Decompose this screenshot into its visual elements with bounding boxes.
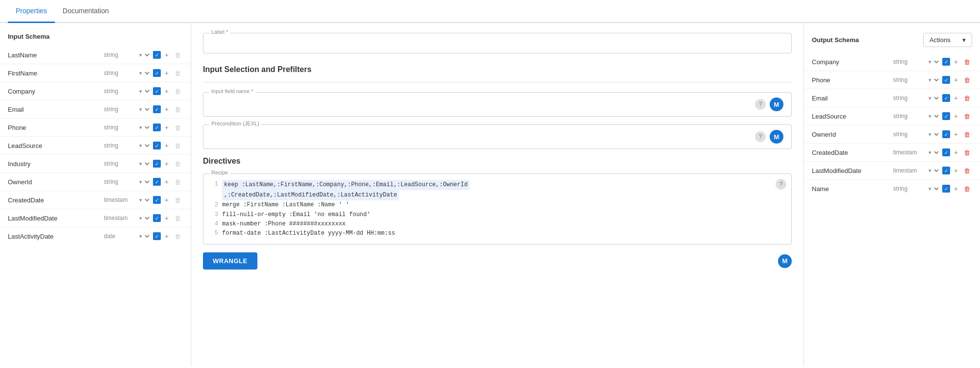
trash-icon[interactable]: 🗑 [173,123,183,132]
tab-properties[interactable]: Properties [8,0,55,23]
plus-icon[interactable]: + [952,147,960,157]
checkbox-icon[interactable] [153,123,161,131]
input-field-type: string [104,88,133,95]
type-dropdown[interactable]: ▾ [136,87,151,96]
trash-icon[interactable]: 🗑 [173,196,183,205]
checkbox-icon[interactable] [153,160,161,168]
checkbox-icon[interactable] [153,51,161,59]
trash-red-icon[interactable]: 🗑 [962,94,972,103]
trash-icon[interactable]: 🗑 [173,141,183,150]
type-dropdown[interactable]: ▾ [136,159,151,168]
checkbox-icon[interactable] [153,69,161,77]
label-field-container: Label * Wrangler [203,33,792,53]
type-dropdown[interactable]: ▾ [136,214,151,222]
trash-red-icon[interactable]: 🗑 [962,184,972,194]
trash-icon[interactable]: 🗑 [173,69,183,78]
input-field-type: string [104,178,133,185]
type-dropdown[interactable]: ▾ [926,184,940,193]
wrangle-button[interactable]: WRANGLE [203,252,257,270]
trash-icon[interactable]: 🗑 [173,50,183,60]
type-dropdown[interactable]: ▾ [926,148,940,157]
type-dropdown[interactable]: ▾ [136,232,151,241]
type-dropdown[interactable]: ▾ [136,141,151,150]
checkbox-icon[interactable] [942,167,950,174]
plus-icon[interactable]: + [163,213,171,223]
checkbox-icon[interactable] [942,112,950,120]
type-dropdown[interactable]: ▾ [136,50,151,59]
trash-red-icon[interactable]: 🗑 [962,75,972,85]
plus-icon[interactable]: + [952,129,960,139]
plus-icon[interactable]: + [952,184,960,194]
plus-icon[interactable]: + [163,86,171,96]
type-dropdown[interactable]: ▾ [926,75,940,84]
checkbox-icon[interactable] [942,94,950,102]
checkbox-icon[interactable] [153,214,161,222]
precondition-m-badge[interactable]: M [770,130,783,144]
checkbox-icon[interactable] [942,185,950,193]
checkbox-icon[interactable] [942,76,950,84]
label-input[interactable]: Wrangler [211,39,783,47]
plus-icon[interactable]: + [163,177,171,187]
precondition-input[interactable]: false [211,133,751,141]
type-dropdown[interactable]: ▾ [926,112,940,121]
trash-red-icon[interactable]: 🗑 [962,112,972,121]
type-dropdown[interactable]: ▾ [926,57,940,66]
checkbox-icon[interactable] [942,130,950,138]
plus-icon[interactable]: + [952,57,960,67]
tab-documentation[interactable]: Documentation [55,0,117,23]
type-dropdown[interactable]: ▾ [926,166,940,175]
plus-icon[interactable]: + [952,93,960,103]
checkbox-icon[interactable] [153,142,161,149]
input-field-name: Industry [8,160,101,168]
plus-icon[interactable]: + [952,111,960,121]
checkbox-icon[interactable] [153,232,161,240]
checkbox-icon[interactable] [153,105,161,113]
type-dropdown[interactable]: ▾ [926,94,940,102]
trash-icon[interactable]: 🗑 [173,232,183,241]
plus-icon[interactable]: + [163,68,171,78]
trash-icon[interactable]: 🗑 [173,159,183,169]
plus-icon[interactable]: + [163,195,171,205]
plus-icon[interactable]: + [952,166,960,175]
trash-red-icon[interactable]: 🗑 [962,166,972,175]
type-dropdown[interactable]: ▾ [926,130,940,139]
type-dropdown[interactable]: ▾ [136,69,151,77]
input-field-name-input[interactable]: * [211,100,751,108]
input-field-name: LastModifiedDate [8,215,101,222]
trash-icon[interactable]: 🗑 [173,214,183,223]
input-field-actions: ▾ + 🗑 [136,231,183,241]
input-field-help-icon[interactable]: ? [755,99,766,110]
plus-icon[interactable]: + [163,159,171,169]
checkbox-icon[interactable] [153,87,161,95]
trash-red-icon[interactable]: 🗑 [962,130,972,139]
input-field-m-badge[interactable]: M [770,98,783,111]
type-dropdown[interactable]: ▾ [136,177,151,186]
trash-icon[interactable]: 🗑 [173,177,183,187]
checkbox-icon[interactable] [153,196,161,204]
plus-icon[interactable]: + [163,231,171,241]
plus-icon[interactable]: + [952,75,960,85]
trash-icon[interactable]: 🗑 [173,87,183,96]
type-dropdown[interactable]: ▾ [136,123,151,132]
wrangle-m-badge[interactable]: M [778,254,792,268]
checkbox-icon[interactable] [942,148,950,156]
precondition-help-icon[interactable]: ? [755,131,766,142]
output-field-actions: ▾ + 🗑 [926,57,972,67]
type-dropdown[interactable]: ▾ [136,105,151,114]
type-dropdown[interactable]: ▾ [136,196,151,204]
actions-dropdown[interactable]: Actions ▾ [923,33,972,47]
checkbox-icon[interactable] [942,58,950,66]
plus-icon[interactable]: + [163,104,171,114]
trash-icon[interactable]: 🗑 [173,105,183,114]
plus-icon[interactable]: + [163,123,171,132]
recipe-help-icon[interactable]: ? [776,179,786,190]
plus-icon[interactable]: + [163,50,171,60]
output-field-name: Email [812,95,890,102]
checkbox-icon[interactable] [153,178,161,186]
recipe-code[interactable]: 1keep :LastName,:FirstName,:Company,:Pho… [209,180,785,238]
trash-red-icon[interactable]: 🗑 [962,148,972,157]
input-field-name: FirstName [8,70,101,77]
plus-icon[interactable]: + [163,141,171,150]
input-field-type: timestam [104,196,133,203]
trash-red-icon[interactable]: 🗑 [962,57,972,67]
